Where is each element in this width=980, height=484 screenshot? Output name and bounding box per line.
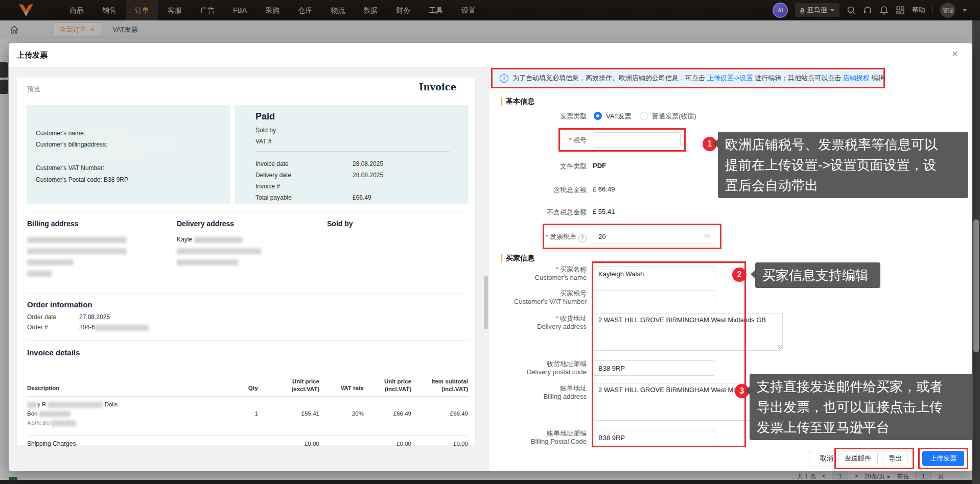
- question-icon[interactable]: ?: [578, 234, 587, 243]
- upload-invoice-button[interactable]: 上传发票: [922, 451, 964, 466]
- export-button[interactable]: 导出: [883, 451, 907, 466]
- billing-postal-input[interactable]: [593, 430, 715, 445]
- section-bar: [501, 254, 502, 262]
- redacted-text: [87, 131, 128, 137]
- sold-by-header: Sold by: [327, 220, 353, 228]
- notice-text: 为了自动填充必填信息，高效操作。欧洲店铺的公司信息，可点击: [512, 74, 707, 82]
- col-description: Description: [27, 385, 59, 391]
- store-auth-link[interactable]: 店铺授权: [843, 74, 870, 82]
- divider: [27, 375, 469, 375]
- file-type-label: 文件类型: [454, 162, 587, 171]
- row-vat-rate: 20%: [328, 410, 364, 417]
- col-vat-rate: VAT rate: [328, 385, 364, 391]
- invoice-no-label: Invoice #: [255, 183, 280, 190]
- buyer-name-label-cn: *买家名称: [454, 265, 587, 274]
- customer-name-line: Customer's name:: [36, 130, 128, 137]
- total-payable-label: Total payable: [255, 194, 292, 201]
- buyer-vat-label-en: Customer's VAT Number: [454, 298, 587, 305]
- tax-id-label: *税号: [454, 136, 587, 145]
- window-scrollbar-thumb[interactable]: [973, 220, 979, 352]
- preview-label: 预览: [27, 85, 40, 94]
- radio-vat-invoice-label[interactable]: VAT发票: [606, 112, 631, 121]
- buyer-vat-label-cn: 买家税号: [454, 289, 587, 298]
- buyer-vat-input[interactable]: [593, 290, 715, 305]
- vat-number-label: VAT #: [255, 138, 271, 145]
- annotation-tooltip-3: 支持直接发送邮件给买家，或者 导出发票，也可以直接点击上传 发票上传至亚马逊平台: [750, 374, 973, 440]
- radio-normal-invoice-label[interactable]: 普通发票(收据): [652, 112, 696, 121]
- tax-rate-input[interactable]: [593, 229, 714, 244]
- product-desc-line2: Bon: [27, 410, 71, 417]
- order-information-title: Order information: [27, 300, 92, 309]
- product-asin-line: ASIN:B0: [27, 420, 76, 426]
- buyer-info-title: 买家信息: [506, 254, 534, 263]
- delivery-address-header: Delivery address: [177, 220, 234, 228]
- radio-vat-invoice[interactable]: [594, 112, 602, 120]
- col-unit-excl-2: (excl.VAT): [278, 386, 319, 392]
- tooltip-arrow: [713, 139, 718, 148]
- upload-settings-link[interactable]: 上传设置->设置: [707, 74, 753, 82]
- shipping-label: Shipping Charges: [27, 440, 76, 447]
- resize-grip-icon[interactable]: [778, 345, 782, 349]
- billing-addr-label-cn: 账单地址: [454, 384, 587, 393]
- invoice-date-value: 28.08.2025: [353, 160, 383, 167]
- section-bar: [501, 98, 502, 106]
- redacted-text: [109, 142, 176, 148]
- row-unit-excl: £55.41: [278, 410, 319, 417]
- customer-billing-line: Customer's billingaddress:: [36, 141, 176, 148]
- customer-billing-line2: [36, 152, 141, 159]
- tax-rate-suffix: %: [704, 232, 710, 240]
- order-no-value: 204-6: [79, 324, 149, 331]
- tax-rate-label: *发票税率?: [454, 232, 587, 243]
- divider: [27, 294, 469, 294]
- buyer-name-input[interactable]: [593, 266, 715, 281]
- billing-address-header: Billing address: [27, 220, 78, 228]
- send-email-button[interactable]: 发送邮件: [838, 451, 878, 466]
- invoice-type-label: 发票类型: [454, 112, 587, 121]
- divider: [27, 212, 469, 212]
- total-excl-value: £ 55.41: [593, 208, 615, 215]
- delivery-postal-input[interactable]: [593, 360, 715, 376]
- buyer-info-section: 买家信息: [501, 254, 534, 263]
- row-qty: 1: [232, 410, 258, 417]
- shipping-unit-incl: £0.00: [370, 441, 411, 447]
- close-icon[interactable]: ×: [952, 49, 958, 59]
- divider: [255, 151, 450, 152]
- tooltip-arrow: [745, 386, 750, 395]
- redacted-text: [36, 153, 141, 159]
- delivery-addr-textarea[interactable]: 2 WAST HILL GROVE BIRMINGHAM West Midlan…: [593, 313, 783, 351]
- delivery-addr-label-en: Delivery address: [454, 323, 587, 330]
- file-type-value: PDF: [593, 162, 606, 170]
- col-unit-excl-1: Unit price: [278, 378, 319, 384]
- divider: [27, 435, 469, 435]
- col-qty: Qty: [232, 385, 258, 391]
- divider: [27, 396, 469, 397]
- order-no-label: Order #: [27, 324, 48, 331]
- divider: [27, 341, 469, 341]
- shipping-unit-excl: £0.00: [278, 441, 319, 447]
- delivery-postal-label-cn: 收货地址邮编: [454, 359, 587, 369]
- basic-info-title: 基本信息: [506, 97, 534, 106]
- paid-status: Paid: [255, 111, 275, 122]
- billing-postal-label-en: Billing Postal Code: [454, 438, 587, 445]
- sold-by-label: Sold by: [255, 127, 276, 134]
- invoice-details-title: Invoice details: [27, 348, 80, 357]
- annotation-tooltip-1: 欧洲店铺税号、发票税率等信息可以 提前在上传设置->设置页面设置，设 置后会自动…: [718, 132, 968, 198]
- product-desc-line1: y R Dolls: [27, 401, 118, 408]
- delivery-postal-label-en: Delivery postal code: [454, 368, 587, 376]
- invoice-date-label: Invoice date: [255, 160, 289, 167]
- row-subtotal: £66.49: [417, 410, 468, 417]
- delivery-date-value: 28.08.2025: [353, 172, 383, 179]
- radio-normal-invoice[interactable]: [640, 112, 648, 120]
- tax-id-input[interactable]: [593, 132, 681, 148]
- total-excl-label: 不含税总金额: [454, 208, 587, 217]
- total-incl-label: 含税总金额: [454, 185, 587, 195]
- annotation-badge-2: 2: [732, 268, 746, 282]
- col-unit-incl-1: Unit price: [370, 378, 411, 384]
- order-date-value: 27.08.2025: [79, 313, 110, 321]
- basic-info-section: 基本信息: [501, 97, 534, 106]
- buyer-name-label-en: Customer's name: [454, 274, 587, 281]
- info-notice: i 为了自动填充必填信息，高效操作。欧洲店铺的公司信息，可点击 上传设置->设置…: [494, 70, 883, 86]
- delivery-date-label: Delivery date: [255, 172, 291, 179]
- delivery-addr-label-cn: *收货地址: [454, 314, 587, 323]
- row-unit-incl: £66.49: [370, 410, 411, 417]
